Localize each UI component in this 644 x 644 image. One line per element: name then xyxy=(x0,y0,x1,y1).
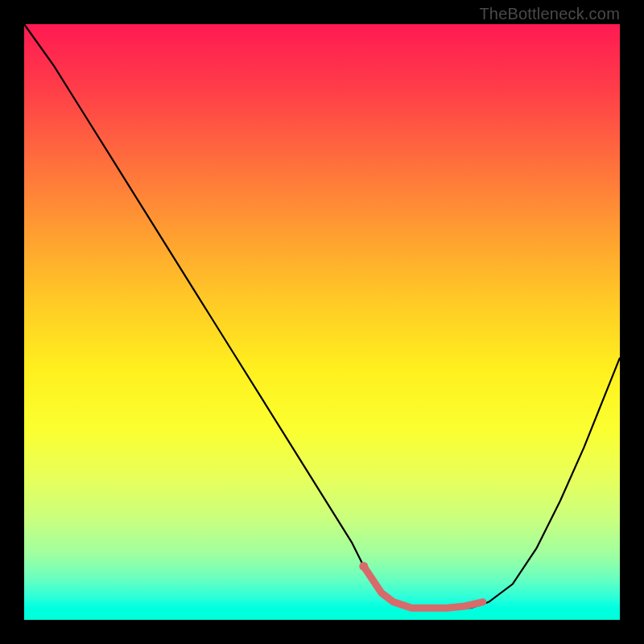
bottleneck-curve xyxy=(24,24,620,608)
optimal-range-line xyxy=(364,566,483,608)
chart-frame: TheBottleneck.com xyxy=(0,0,644,644)
watermark-text: TheBottleneck.com xyxy=(479,5,620,23)
plot-area xyxy=(24,24,620,620)
chart-svg xyxy=(24,24,620,620)
optimal-start-dot xyxy=(359,562,368,571)
